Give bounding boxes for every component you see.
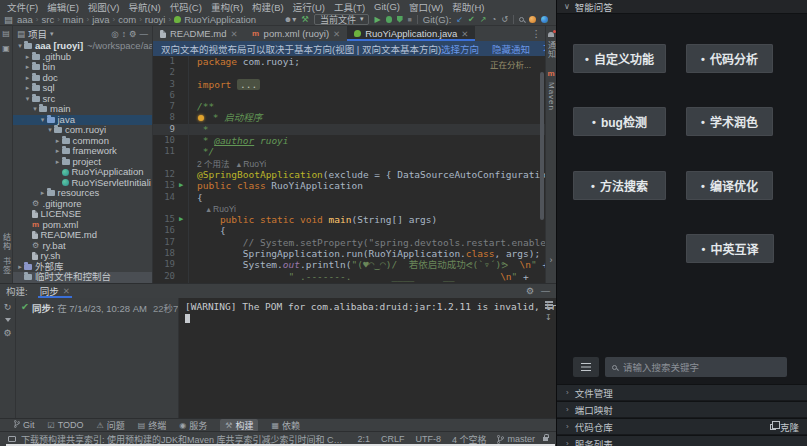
git-update-icon[interactable]: ↙ (456, 15, 463, 24)
close-icon[interactable]: ✕ (230, 29, 237, 39)
editor-gutter[interactable]: 10 (153, 135, 189, 146)
intention-bulb-icon[interactable] (198, 115, 204, 121)
toolwindow-button-problems[interactable]: ⚠问题 (97, 419, 125, 432)
git-push-icon[interactable]: ↗ (480, 15, 487, 24)
file-encoding[interactable]: UTF-8 (415, 434, 441, 444)
tree-item[interactable]: ▾aaa [ruoyi]~/workspace/aaa (13, 41, 152, 52)
toolwindow-button-git-branch[interactable]: Git (14, 420, 35, 430)
tree-chevron-icon[interactable]: ▾ (46, 125, 54, 136)
history-icon[interactable]: ◔ (491, 15, 496, 24)
editor-gutter[interactable]: 12 (153, 169, 189, 180)
tree-chevron-icon[interactable]: ▾ (31, 104, 39, 115)
inlay-hint[interactable]: 2 个用法 ▴ RuoYi (197, 159, 266, 169)
tree-item[interactable]: RuoYiApplication (13, 167, 152, 178)
toolwindow-button-todo[interactable]: ☑TODO (48, 420, 84, 430)
resync-icon[interactable]: ↻ (4, 302, 12, 312)
editor-gutter[interactable]: 21 (153, 282, 189, 283)
assistant-section[interactable]: ›代码仓库克隆 (557, 418, 807, 434)
coverage-icon[interactable] (397, 16, 403, 23)
breadcrumb-item[interactable]: java (92, 14, 109, 25)
editor-tab[interactable]: RuoYiApplication.java✕ (347, 26, 475, 41)
clone-button[interactable]: 克隆 (770, 420, 799, 434)
tree-chevron-icon[interactable]: ▾ (16, 41, 24, 52)
editor-gutter[interactable]: 15▶ (153, 214, 189, 225)
tree-chevron-icon[interactable]: ▾ (39, 115, 47, 126)
build-console[interactable]: [WARNING] The POM for com.alibaba:druid:… (179, 298, 556, 418)
tree-item[interactable]: ▾com.ruoyi (13, 125, 152, 136)
user-icon[interactable]: ☻▾ (284, 15, 296, 24)
ide-plugin-icon[interactable] (541, 16, 548, 23)
tree-item[interactable]: ▸sql (13, 83, 152, 94)
tab-overflow-icon[interactable]: ⋮ (528, 26, 546, 41)
editor-gutter[interactable]: 1 (153, 56, 189, 67)
assistant-section[interactable]: ›服务列表 (557, 435, 807, 446)
menu-item[interactable]: 构建(B) (252, 0, 284, 14)
build-hammer-icon[interactable]: ⚒ (301, 14, 309, 24)
tree-item[interactable]: mpom.xml (13, 220, 152, 231)
tree-chevron-icon[interactable]: ▸ (16, 262, 24, 273)
tree-chevron-icon[interactable]: ▸ (54, 136, 62, 147)
tree-item[interactable]: ▸common (13, 136, 152, 147)
toolwindow-button-services[interactable]: ◉服务 (179, 419, 207, 432)
notifications-bell-icon[interactable] (548, 32, 554, 37)
window-icon[interactable]: ▤ (4, 14, 13, 25)
banner-link[interactable]: 选择方向 (441, 42, 479, 56)
project-tool-icon[interactable]: ▤ (2, 29, 10, 38)
tree-item[interactable]: ry.sh (13, 251, 152, 262)
project-settings-icon[interactable]: ⚙ (129, 29, 137, 39)
bookmarks-tool-tab[interactable]: 书签 (1, 257, 12, 275)
editor-gutter[interactable]: 19 (153, 259, 189, 270)
maven-tool-tab[interactable]: Maven (547, 82, 556, 111)
menu-item[interactable]: 导航(N) (128, 0, 160, 14)
filter-icon[interactable] (5, 318, 11, 322)
tree-item[interactable]: LICENSE (13, 209, 152, 220)
tree-chevron-icon[interactable]: ▸ (24, 62, 32, 73)
tree-chevron-icon[interactable]: ▸ (39, 188, 47, 199)
toolwindow-button-build[interactable]: ⚒构建 (220, 419, 258, 432)
menu-item[interactable]: 帮助(H) (452, 0, 484, 14)
assistant-button[interactable]: •bug检测 (573, 107, 666, 136)
inlay-hint[interactable]: ▴ RuoYi (197, 204, 236, 214)
menu-item[interactable]: 工具(T) (334, 0, 365, 14)
breadcrumb-item[interactable]: main (63, 14, 84, 25)
tree-item[interactable]: ▸.github (13, 52, 152, 63)
editor-gutter[interactable]: 14 (153, 192, 189, 203)
tree-item[interactable]: RuoYiServletInitiali (13, 178, 152, 189)
editor-gutter[interactable]: 13▶ (153, 180, 189, 191)
editor-gutter[interactable]: 9 (153, 124, 189, 135)
editor-tab[interactable]: mpom.xml (ruoyi)✕ (245, 26, 348, 41)
editor-gutter[interactable]: 11 (153, 146, 189, 157)
collapse-all-icon[interactable]: ↕ (122, 29, 126, 39)
tree-chevron-icon[interactable]: ▸ (54, 146, 62, 157)
editor-gutter[interactable]: 3 (153, 79, 189, 90)
build-minimize-icon[interactable]: — (541, 286, 550, 296)
menu-item[interactable]: 运行(U) (293, 0, 325, 14)
tree-item[interactable]: ▾src (13, 94, 152, 105)
git-commit-icon[interactable]: ✔ (468, 15, 475, 24)
tree-chevron-icon[interactable]: ▸ (24, 83, 32, 94)
menu-item[interactable]: 编辑(E) (47, 0, 79, 14)
code-editor[interactable]: 正在分析... 1package com.ruoyi;23import ...6… (153, 56, 545, 283)
commit-tool-icon[interactable]: ▣ (2, 44, 10, 53)
editor-gutter[interactable] (153, 158, 189, 169)
tree-item[interactable]: ▸resources (13, 188, 152, 199)
soft-wrap-icon[interactable] (545, 301, 553, 303)
breadcrumb-item[interactable]: aaa (17, 14, 33, 25)
run-icon[interactable]: ▶ (374, 15, 380, 24)
tree-item[interactable]: 临时文件和控制台 (13, 272, 152, 283)
project-panel-title[interactable]: 项目 (28, 27, 47, 41)
assistant-button[interactable]: •自定义功能 (573, 44, 666, 73)
editor-gutter[interactable]: 17 (153, 237, 189, 248)
banner-link[interactable]: 隐藏通知 (492, 42, 530, 56)
build-sync-tab[interactable]: 同步✕ (38, 284, 72, 298)
breadcrumb-item[interactable]: src (42, 14, 55, 25)
assistant-button[interactable]: •中英互译 (686, 234, 774, 263)
editor-gutter[interactable]: 6 (153, 90, 189, 101)
tree-item[interactable]: ▸framework (13, 146, 152, 157)
editor-gutter[interactable]: 2 (153, 67, 189, 78)
tree-chevron-icon[interactable]: ▸ (24, 52, 32, 63)
tree-item[interactable]: ▸doc (13, 73, 152, 84)
menu-item[interactable]: Git(G) (374, 1, 400, 12)
tree-item[interactable]: ▸外部库 (13, 262, 152, 273)
tree-item[interactable]: ▸project (13, 157, 152, 168)
